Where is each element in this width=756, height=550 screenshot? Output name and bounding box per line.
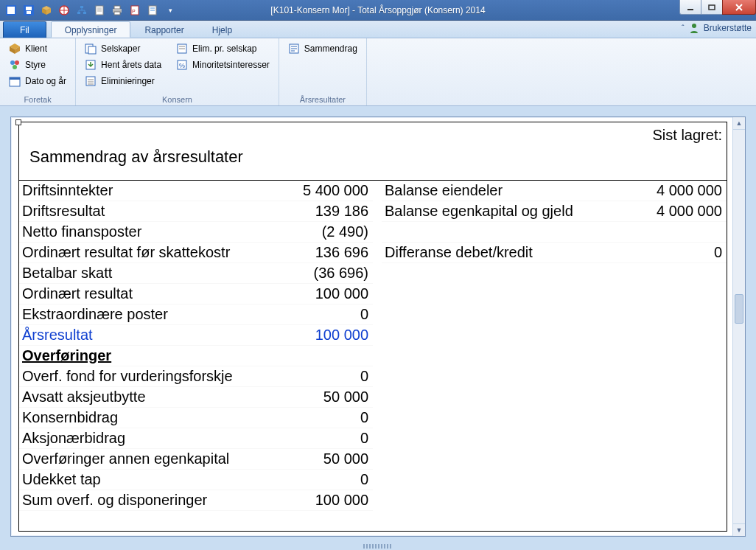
report-row: Betalbar skatt(36 696) (19, 263, 373, 284)
report-row-value: 50 000 (284, 389, 373, 405)
qat-print-button[interactable] (109, 2, 125, 18)
maximize-button[interactable] (701, 0, 723, 15)
summary-icon (288, 43, 300, 55)
qat-pdf-button[interactable]: P (127, 2, 143, 18)
ribbon-item-label: Minoritetsinteresser (192, 60, 270, 70)
report-body: Driftsinntekter5 400 000Driftsresultat13… (19, 181, 727, 511)
ribbon-item-label: Dato og år (25, 76, 66, 86)
ribbon-group-aarsresultater: Sammendrag Årsresultater (279, 38, 367, 105)
ribbon-item-elim-pr-selskap[interactable]: Elim. pr. selskap (173, 41, 273, 56)
ribbon-item-minoritetsinteresser[interactable]: % Minoritetsinteresser (173, 58, 273, 72)
ribbon-item-klient[interactable]: Klient (6, 41, 69, 56)
tab-rapporter[interactable]: Rapporter (130, 21, 197, 38)
report-row: Konsernbidrag0 (19, 408, 373, 428)
scroll-thumb[interactable] (735, 294, 743, 324)
qat-tree-button[interactable] (74, 2, 90, 18)
report-row-label: Ordinært resultat før skattekostr (19, 244, 284, 261)
ribbon-item-label: Styre (25, 60, 46, 70)
ribbon-item-dato-og-aar[interactable]: Dato og år (6, 74, 69, 88)
report-row-label: Overføringer (19, 347, 284, 364)
qat-notes-button[interactable] (144, 2, 161, 18)
qat-box-button[interactable] (38, 2, 55, 18)
ribbon-group-label: Konsern (82, 94, 273, 104)
tab-hjelp[interactable]: Hjelp (198, 21, 246, 38)
vertical-scrollbar[interactable]: ▲ ▼ (732, 117, 745, 536)
report-row-label: Overf. fond for vurderingsforskje (19, 368, 284, 385)
support-link[interactable]: Brukerstøtte (704, 23, 752, 33)
report-row: Aksjonærbidrag0 (19, 428, 373, 449)
report-row: Balanse egenkapital og gjeld4 000 000 (382, 201, 727, 222)
report-row-label: Konsernbidrag (19, 409, 284, 426)
svg-text:P: P (132, 9, 136, 14)
collapse-ribbon-icon[interactable]: ˆ (682, 24, 685, 32)
qat-page-button[interactable] (91, 2, 108, 18)
report-column-right: Balanse eiendeler4 000 000Balanse egenka… (373, 181, 727, 511)
window-controls (680, 0, 756, 15)
report-row-label: Avsatt aksjeutbytte (19, 389, 284, 405)
resize-grip[interactable] (363, 544, 393, 549)
report-row: Driftsresultat139 186 (19, 201, 373, 222)
report-row-value: (2 490) (284, 223, 373, 240)
ribbon-item-label: Hent årets data (101, 60, 161, 70)
qat-globe-button[interactable] (56, 2, 72, 18)
tab-opplysninger[interactable]: Opplysninger (51, 21, 131, 38)
ribbon-group-label: Foretak (6, 94, 69, 104)
title-bar: P ▾ [K101-Konsern Mor] - Total Årsoppgjø… (0, 0, 756, 21)
report-row-label: Driftsinntekter (19, 182, 284, 199)
report-column-left: Driftsinntekter5 400 000Driftsresultat13… (19, 181, 373, 511)
svg-point-30 (10, 60, 15, 65)
report-row: Avsatt aksjeutbytte50 000 (19, 387, 373, 408)
report-row-label: Sum overf. og disponeringer (19, 492, 284, 509)
report-row-value: 4 000 000 (638, 203, 727, 220)
report-row: Overf. fond for vurderingsforskje0 (19, 366, 373, 387)
elim-icon (85, 75, 97, 87)
scroll-down-icon[interactable]: ▼ (733, 523, 745, 536)
report-row-label: Årsresultat (19, 327, 284, 344)
scroll-up-icon[interactable]: ▲ (733, 117, 745, 130)
app-icon (5, 4, 17, 16)
ribbon-item-label: Klient (25, 43, 47, 54)
ribbon-group-konsern: Selskaper Hent årets data Eliminieringer… (76, 38, 279, 105)
qat-save-button[interactable] (21, 2, 37, 18)
ribbon-item-label: Elim. pr. selskap (192, 43, 256, 54)
report-row-value: 0 (284, 409, 373, 426)
report-row-value: 100 000 (284, 327, 373, 344)
qat-customize-dropdown[interactable]: ▾ (162, 2, 178, 18)
report-row-value: 0 (284, 306, 373, 323)
report-row-value: 139 186 (284, 203, 373, 220)
report-title: Sammendrag av årsresultater (29, 133, 716, 167)
svg-rect-3 (26, 7, 32, 10)
report-row-value: 0 (284, 368, 373, 385)
report-row-value: 0 (284, 471, 373, 488)
ribbon-item-selskaper[interactable]: Selskaper (82, 41, 164, 56)
ribbon-item-label: Eliminieringer (101, 76, 155, 86)
svg-point-31 (15, 60, 19, 65)
ribbon-item-hent-aarets-data[interactable]: Hent årets data (82, 58, 164, 72)
ribbon-item-styre[interactable]: Styre (6, 58, 69, 72)
qat-app-icon[interactable] (3, 2, 19, 18)
report-row: Årsresultat100 000 (19, 325, 373, 346)
svg-point-32 (13, 65, 17, 69)
document-container: ▲ ▼ Sist lagret: Sammendrag av årsresult… (10, 116, 746, 537)
report-row: Udekket tap0 (19, 470, 373, 490)
report-row-value: 136 696 (284, 244, 373, 261)
report-row: Overføringer (19, 346, 373, 366)
help-person-icon[interactable] (689, 23, 699, 33)
window-title: [K101-Konsern Mor] - Total Årsoppgjør (K… (270, 5, 485, 15)
report-row-label: Udekket tap (19, 471, 284, 488)
ribbon-item-eliminieringer[interactable]: Eliminieringer (82, 74, 164, 88)
minimize-button[interactable] (679, 0, 701, 15)
report-row-label: Aksjonærbidrag (19, 430, 284, 447)
tree-icon (76, 4, 88, 16)
report-sheet: Sist lagret: Sammendrag av årsresultater… (18, 122, 727, 532)
report-row-value: 0 (284, 430, 373, 447)
report-row: Netto finansposter(2 490) (19, 222, 373, 243)
quick-access-toolbar: P ▾ (0, 0, 178, 20)
close-button[interactable] (722, 0, 756, 15)
ribbon-item-sammendrag[interactable]: Sammendrag (285, 41, 360, 56)
ribbon-group-foretak: Klient Styre Dato og år Foretak (0, 38, 76, 105)
chevron-down-icon: ▾ (164, 4, 176, 16)
report-row: Balanse eiendeler4 000 000 (382, 181, 727, 201)
client-icon (9, 43, 21, 55)
file-tab[interactable]: Fil (3, 21, 46, 38)
